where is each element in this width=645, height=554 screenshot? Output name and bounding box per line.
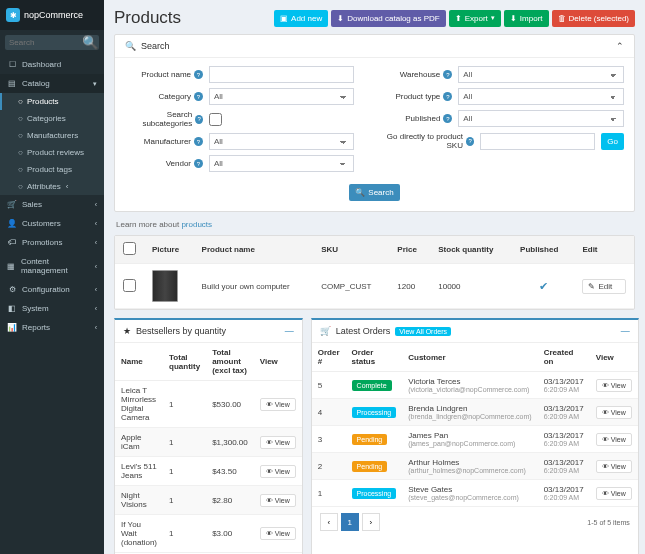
product-image — [152, 270, 178, 302]
th-name: Product name — [194, 236, 314, 264]
search-form: Product name? Category?All Search subcat… — [115, 58, 634, 184]
view-button[interactable]: 👁 View — [260, 398, 296, 411]
chevron-left-icon: ‹ — [95, 201, 97, 208]
widgets-row: ★ Bestsellers by quantity — Name Total q… — [114, 318, 635, 554]
submenu-reviews[interactable]: ○Product reviews — [0, 144, 104, 161]
help-icon[interactable]: ? — [195, 115, 203, 124]
help-icon[interactable]: ? — [194, 70, 203, 79]
row-checkbox[interactable] — [123, 279, 136, 292]
menu-catalog[interactable]: ▤Catalog▾ — [0, 74, 104, 93]
help-icon[interactable]: ? — [466, 137, 474, 146]
submenu-manufacturers[interactable]: ○Manufacturers — [0, 127, 104, 144]
search-panel-header[interactable]: 🔍 Search ⌃ — [115, 35, 634, 58]
th-view: View — [254, 343, 302, 381]
orders-header: 🛒 Latest Orders View All Orders — — [312, 320, 638, 342]
sidebar: ✱ nopCommerce 🔍 ☐Dashboard ▤Catalog▾ ○Pr… — [0, 0, 104, 554]
collapse-icon[interactable]: ⌃ — [616, 41, 624, 51]
bullet-icon: ○ — [18, 165, 22, 174]
table-row: If You Wait (donation)1$3.00👁 View — [115, 515, 302, 553]
view-button[interactable]: 👁 View — [260, 465, 296, 478]
sidebar-search-input[interactable] — [5, 35, 81, 50]
view-button[interactable]: 👁 View — [596, 379, 632, 392]
upload-icon: ⬆ — [455, 14, 462, 23]
manufacturer-select[interactable]: All — [209, 133, 354, 150]
pager-next[interactable]: › — [362, 513, 380, 531]
view-button[interactable]: 👁 View — [596, 460, 632, 473]
submenu-attributes[interactable]: ○Attributes‹ — [0, 178, 104, 195]
warehouse-select[interactable]: All — [458, 66, 624, 83]
minus-icon[interactable]: — — [621, 326, 630, 336]
submenu-tags[interactable]: ○Product tags — [0, 161, 104, 178]
help-icon[interactable]: ? — [443, 70, 452, 79]
download-pdf-button[interactable]: ⬇Download catalog as PDF — [331, 10, 446, 27]
products-table: Picture Product name SKU Price Stock qua… — [115, 236, 634, 309]
delete-selected-button[interactable]: 🗑Delete (selected) — [552, 10, 635, 27]
logo[interactable]: ✱ nopCommerce — [0, 0, 104, 30]
submenu-categories[interactable]: ○Categories — [0, 110, 104, 127]
subcategories-checkbox[interactable] — [209, 113, 222, 126]
help-icon[interactable]: ? — [443, 92, 452, 101]
th-customer: Customer — [402, 343, 537, 372]
menu-system[interactable]: ◧System‹ — [0, 299, 104, 318]
edit-button[interactable]: ✎Edit — [582, 279, 626, 294]
view-button[interactable]: 👁 View — [260, 436, 296, 449]
add-new-button[interactable]: ▣Add new — [274, 10, 328, 27]
category-select[interactable]: All — [209, 88, 354, 105]
pager-prev[interactable]: ‹ — [320, 513, 338, 531]
search-col-left: Product name? Category?All Search subcat… — [125, 66, 354, 172]
view-button[interactable]: 👁 View — [260, 527, 296, 540]
menu-config[interactable]: ⚙Configuration‹ — [0, 280, 104, 299]
main-menu-lower: 🛒Sales‹ 👤Customers‹ 🏷Promotions‹ ▦Conten… — [0, 195, 104, 337]
view-all-orders-button[interactable]: View All Orders — [395, 327, 451, 336]
th-published: Published — [512, 236, 574, 264]
cell-qty: 1 — [163, 428, 206, 457]
cell-sku: COMP_CUST — [313, 264, 389, 309]
product-type-select[interactable]: All — [458, 88, 624, 105]
plus-icon: ▣ — [280, 14, 288, 23]
view-button[interactable]: 👁 View — [260, 494, 296, 507]
learn-more-link[interactable]: products — [181, 220, 212, 229]
view-button[interactable]: 👁 View — [596, 406, 632, 419]
th-order-num: Order # — [312, 343, 346, 372]
submenu-products[interactable]: ○Products — [0, 93, 104, 110]
bullet-icon: ○ — [18, 114, 22, 123]
pencil-icon: ✎ — [588, 282, 595, 291]
help-icon[interactable]: ? — [194, 92, 203, 101]
view-button[interactable]: 👁 View — [596, 487, 632, 500]
main-content: Products ▣Add new ⬇Download catalog as P… — [104, 0, 645, 554]
user-icon: 👤 — [7, 219, 17, 228]
menu-content[interactable]: ▦Content management‹ — [0, 252, 104, 280]
sidebar-search-button[interactable]: 🔍 — [81, 35, 99, 50]
search-button[interactable]: 🔍Search — [349, 184, 399, 201]
vendor-select[interactable]: All — [209, 155, 354, 172]
export-button[interactable]: ⬆Export▾ — [449, 10, 501, 27]
cell-created: 03/13/20176:20:09 AM — [538, 453, 590, 480]
minus-icon[interactable]: — — [285, 326, 294, 336]
download-icon: ⬇ — [337, 14, 344, 23]
table-row: 5CompleteVictoria Terces(victoria_victor… — [312, 372, 638, 399]
menu-customers[interactable]: 👤Customers‹ — [0, 214, 104, 233]
menu-promotions[interactable]: 🏷Promotions‹ — [0, 233, 104, 252]
eye-icon: 👁 — [602, 409, 609, 416]
pager-page-1[interactable]: 1 — [341, 513, 359, 531]
menu-reports[interactable]: 📊Reports‹ — [0, 318, 104, 337]
product-name-input[interactable] — [209, 66, 354, 83]
th-stock: Stock quantity — [430, 236, 512, 264]
chevron-left-icon: ‹ — [95, 263, 97, 270]
help-icon[interactable]: ? — [443, 114, 452, 123]
help-icon[interactable]: ? — [194, 159, 203, 168]
menu-dashboard[interactable]: ☐Dashboard — [0, 55, 104, 74]
view-button[interactable]: 👁 View — [596, 433, 632, 446]
go-button[interactable]: Go — [601, 133, 624, 150]
cart-icon: 🛒 — [320, 326, 331, 336]
published-select[interactable]: All — [458, 110, 624, 127]
sku-input[interactable] — [480, 133, 595, 150]
menu-sales[interactable]: 🛒Sales‹ — [0, 195, 104, 214]
select-all-checkbox[interactable] — [123, 242, 136, 255]
download-icon: ⬇ — [510, 14, 517, 23]
cell-qty: 1 — [163, 457, 206, 486]
import-button[interactable]: ⬇Import — [504, 10, 549, 27]
help-icon[interactable]: ? — [194, 137, 203, 146]
label-vendor: Vendor? — [125, 159, 203, 168]
cell-customer: Steve Gates(steve_gates@nopCommerce.com) — [402, 480, 537, 507]
